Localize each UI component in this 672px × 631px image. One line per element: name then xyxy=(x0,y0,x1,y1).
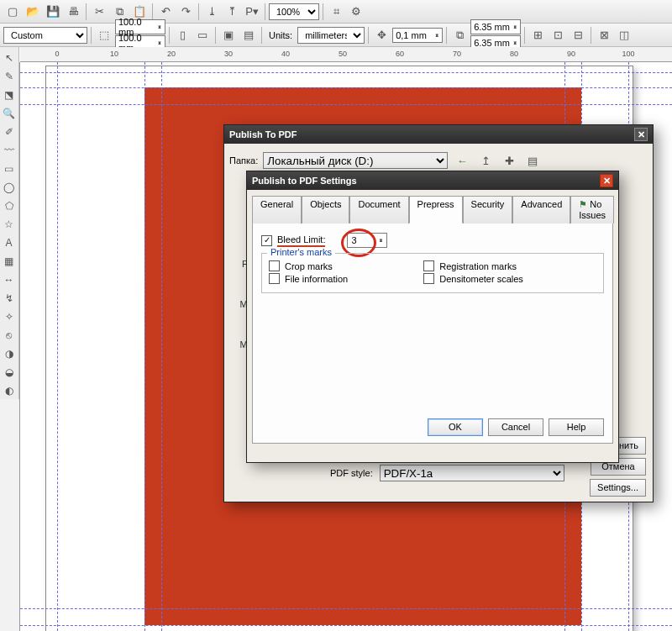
nudge-field[interactable]: 0,1 mm ▲▼ xyxy=(392,28,443,43)
tab-prepress[interactable]: Prepress xyxy=(409,196,463,223)
registration-marks-checkbox[interactable] xyxy=(423,260,434,271)
polygon-tool-icon[interactable]: ⬠ xyxy=(0,197,18,214)
settings-button[interactable]: Settings... xyxy=(590,479,646,497)
redo-icon[interactable]: ↷ xyxy=(176,3,195,21)
text-tool-icon[interactable]: A xyxy=(0,234,18,251)
table-tool-icon[interactable]: ▦ xyxy=(0,252,18,270)
landscape-icon[interactable]: ▭ xyxy=(193,26,212,45)
crop-tool-icon[interactable]: ⬔ xyxy=(0,86,18,103)
crop-marks-option[interactable]: Crop marks xyxy=(269,260,348,271)
bleed-limit-field[interactable]: 3 ▲▼ xyxy=(347,233,387,248)
crop-marks-checkbox[interactable] xyxy=(269,260,280,271)
smart-tool-icon[interactable]: 〰 xyxy=(0,141,18,159)
portrait-icon[interactable]: ▯ xyxy=(173,26,192,45)
page-dim-icon: ⬚ xyxy=(95,26,113,45)
cut-icon[interactable]: ✂ xyxy=(90,3,108,21)
printers-marks-legend: Printer's marks xyxy=(267,247,335,257)
options-icon[interactable]: ⚙ xyxy=(347,3,365,21)
open-icon[interactable]: 📂 xyxy=(24,3,42,21)
flag-icon: ⚑ xyxy=(579,199,587,209)
pick-tool-icon[interactable]: ↖ xyxy=(0,49,18,66)
tab-objects[interactable]: Objects xyxy=(302,196,349,223)
dialog-titlebar[interactable]: Publish to PDF Settings ✕ xyxy=(247,171,618,190)
misc3-icon[interactable]: ⊟ xyxy=(569,26,587,45)
new-icon[interactable]: ▢ xyxy=(3,3,22,21)
file-info-option[interactable]: File information xyxy=(269,273,348,284)
pdf-style-label: PDF style: xyxy=(330,468,373,478)
zoom-tool-icon[interactable]: 🔍 xyxy=(0,104,18,122)
close-icon[interactable]: ✕ xyxy=(600,174,613,187)
effects-tool-icon[interactable]: ✧ xyxy=(0,308,18,325)
bleed-limit-label: Bleed Limit: xyxy=(277,234,325,247)
eyedrop-tool-icon[interactable]: ⎋ xyxy=(0,326,18,344)
cancel-button[interactable]: Cancel xyxy=(488,418,543,436)
up-icon[interactable]: ↥ xyxy=(476,151,495,170)
close-icon[interactable]: ✕ xyxy=(634,128,648,141)
outline-tool-icon[interactable]: ◑ xyxy=(0,344,18,362)
tab-no-issues[interactable]: ⚑No Issues xyxy=(570,196,614,223)
dup-x-field[interactable]: 6.35 mm ▲▼ xyxy=(470,19,521,34)
zoom-select[interactable]: 100% xyxy=(269,3,319,20)
save-icon[interactable]: 💾 xyxy=(44,3,62,21)
folder-select[interactable]: Локальный диск (D:) xyxy=(263,152,448,169)
tab-security[interactable]: Security xyxy=(463,196,513,223)
bleed-limit-value: 3 xyxy=(351,235,356,245)
densitometer-option[interactable]: Densitometer scales xyxy=(423,273,523,284)
file-info-checkbox[interactable] xyxy=(269,273,280,284)
back-icon[interactable]: ← xyxy=(453,151,471,170)
toolbar-main: ▢ 📂 💾 🖶 ✂ ⧉ 📋 ↶ ↷ ⤓ ⤒ P▾ 100% ⌗ ⚙ xyxy=(0,0,672,24)
dialog-title: Publish to PDF Settings xyxy=(252,176,357,186)
tab-bar: General Objects Document Prepress Securi… xyxy=(252,195,613,223)
print-icon[interactable]: 🖶 xyxy=(64,3,82,21)
view-icon[interactable]: ▤ xyxy=(523,151,542,170)
help-button[interactable]: Help xyxy=(549,418,604,436)
page-size-select[interactable]: Custom xyxy=(3,27,87,44)
import-icon[interactable]: ⤓ xyxy=(202,3,221,21)
pdf-settings-dialog: Publish to PDF Settings ✕ General Object… xyxy=(246,171,619,463)
dialog-titlebar[interactable]: Publish To PDF ✕ xyxy=(224,125,653,144)
pdf-style-select[interactable]: PDF/X-1a xyxy=(380,465,564,481)
fill-tool-icon[interactable]: ◒ xyxy=(0,363,18,381)
units-label: Units: xyxy=(269,30,292,40)
pageopt1-icon[interactable]: ▣ xyxy=(219,26,238,45)
densitometer-checkbox[interactable] xyxy=(423,273,434,284)
misc4-icon[interactable]: ⊠ xyxy=(595,26,613,45)
dialog-title: Publish To PDF xyxy=(229,129,297,139)
shapes-tool-icon[interactable]: ☆ xyxy=(0,215,18,233)
freehand-tool-icon[interactable]: ✐ xyxy=(0,123,18,140)
misc5-icon[interactable]: ◫ xyxy=(615,26,633,45)
ok-button[interactable]: OK xyxy=(428,418,483,436)
interactive-fill-icon[interactable]: ◐ xyxy=(0,381,18,399)
shape-tool-icon[interactable]: ✎ xyxy=(0,67,18,85)
connector-tool-icon[interactable]: ↯ xyxy=(0,289,18,307)
printers-marks-group: Printer's marks Crop marks File informat… xyxy=(261,253,604,293)
bleed-limit-checkbox[interactable] xyxy=(261,235,272,246)
pdf-icon[interactable]: P▾ xyxy=(243,3,261,21)
nudge-icon: ✥ xyxy=(372,26,391,45)
export-icon[interactable]: ⤒ xyxy=(223,3,241,21)
misc2-icon[interactable]: ⊡ xyxy=(549,26,567,45)
ellipse-tool-icon[interactable]: ◯ xyxy=(0,178,18,196)
dup-offset-icon: ⧉ xyxy=(450,26,469,45)
prepress-panel: Bleed Limit: 3 ▲▼ Printer's marks Crop m… xyxy=(252,223,613,444)
units-select[interactable]: millimeters xyxy=(297,27,365,44)
pageopt2-icon[interactable]: ▤ xyxy=(239,26,258,45)
newfolder-icon[interactable]: ✚ xyxy=(500,151,518,170)
tab-general[interactable]: General xyxy=(252,196,302,223)
tab-document[interactable]: Document xyxy=(349,196,408,223)
snap-icon[interactable]: ⌗ xyxy=(327,3,345,21)
dimension-tool-icon[interactable]: ↔ xyxy=(0,271,18,288)
tab-advanced[interactable]: Advanced xyxy=(512,196,570,223)
undo-icon[interactable]: ↶ xyxy=(156,3,175,21)
toolbar-property: Custom ⬚ 100.0 mm ▲▼ 100.0 mm ▲▼ ▯ ▭ ▣ ▤… xyxy=(0,24,672,47)
tool-palette: ↖ ✎ ⬔ 🔍 ✐ 〰 ▭ ◯ ⬠ ☆ A ▦ ↔ ↯ ✧ ⎋ ◑ ◒ ◐ xyxy=(0,47,19,399)
ruler-horizontal: 0 10 20 30 40 50 60 70 80 90 100 xyxy=(20,47,672,62)
misc1-icon[interactable]: ⊞ xyxy=(528,26,547,45)
rect-tool-icon[interactable]: ▭ xyxy=(0,160,18,177)
folder-label: Папка: xyxy=(229,155,258,166)
registration-marks-option[interactable]: Registration marks xyxy=(423,260,523,271)
